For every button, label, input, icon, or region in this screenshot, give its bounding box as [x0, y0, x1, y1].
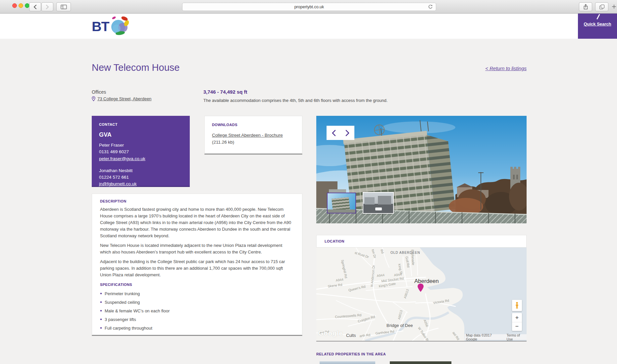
forward-button[interactable] — [41, 2, 53, 11]
photo-carousel — [316, 116, 527, 223]
size-note: The available accommodation comprises th… — [203, 98, 387, 103]
location-pin-icon — [92, 96, 95, 101]
property-address: 73 College Street, Aberdeen — [92, 96, 151, 101]
description-card: DESCRIPTION Aberdeen is Scotland fastest… — [92, 194, 302, 336]
location-card-header: LOCATION — [316, 235, 527, 248]
map-zoom-control: + − — [512, 313, 522, 331]
file-size: (211.26 kb) — [212, 140, 234, 145]
agent-name: Peter Fraser — [99, 142, 182, 149]
sidebar-toggle-button[interactable] — [56, 2, 71, 11]
agent-phone: 01224 572 661 — [99, 174, 182, 181]
browser-toolbar: propertybt.co.uk — [0, 0, 617, 14]
specifications-list: Perimeter trunking Suspended ceiling Mal… — [100, 291, 294, 336]
downloads-card: DOWNLOADS College Street Aberdeen - Broc… — [204, 116, 302, 155]
minimize-window-button[interactable] — [19, 3, 23, 8]
carousel-prev-button[interactable] — [327, 126, 340, 140]
description-paragraph: New Telecom House is located immediately… — [100, 242, 294, 255]
contact-agent: Jonathan Nesbitt 01224 572 661 jn@fgburn… — [99, 167, 182, 188]
quick-search-panel[interactable]: Quick Search — [578, 14, 617, 39]
related-property-image[interactable] — [390, 361, 451, 364]
zoom-out-button[interactable]: − — [512, 322, 522, 331]
related-properties-heading: RELATED PROPERTIES IN THE AREA — [316, 352, 386, 356]
pegman-icon — [515, 302, 519, 309]
google-logo: Google — [318, 330, 343, 337]
carousel-controls — [327, 126, 354, 140]
contact-agent: Peter Fraser 0131 469 6027 peter.fraser@… — [99, 142, 182, 162]
svg-text:BT: BT — [92, 19, 110, 34]
chevron-right-icon — [46, 5, 49, 9]
tab-overview-button[interactable] — [595, 2, 608, 11]
street-view-pegman-button[interactable] — [512, 300, 522, 311]
agent-email-link[interactable]: jn@fgburnett.co.uk — [99, 181, 137, 186]
terms-of-use-link[interactable]: Terms of Use — [507, 333, 525, 341]
address-link[interactable]: 73 College Street, Aberdeen — [97, 96, 151, 101]
map-graphics — [316, 248, 527, 341]
location-heading: LOCATION — [325, 239, 344, 243]
related-property-image[interactable] — [320, 361, 375, 364]
agent-phone: 0131 469 6027 — [99, 149, 182, 155]
page-title: New Telecom House — [92, 62, 180, 73]
property-type-label: Offices — [92, 89, 106, 95]
specification-item: Full carpeting throughout — [100, 325, 294, 331]
map-data-text: Map data ©2017 Google — [466, 333, 501, 341]
agent-name: Jonathan Nesbitt — [99, 167, 182, 174]
zoom-in-button[interactable]: + — [512, 313, 522, 322]
specifications-heading: SPECIFICATIONS — [100, 283, 294, 287]
description-heading: DESCRIPTION — [100, 199, 294, 203]
quick-search-link[interactable]: Quick Search — [578, 22, 617, 26]
downloads-heading: DOWNLOADS — [212, 123, 295, 127]
bt-logo[interactable]: BT — [92, 16, 131, 36]
carousel-thumbnail-selected[interactable] — [327, 193, 356, 213]
specification-item: Suspended ceiling — [100, 299, 294, 305]
specification-item: Perimeter trunking — [100, 291, 294, 297]
contact-heading: CONTACT — [99, 122, 182, 126]
map-label: Cults — [346, 333, 356, 338]
close-window-button[interactable] — [12, 3, 17, 8]
brochure-link[interactable]: College Street Aberdeen - Brochure — [212, 133, 283, 138]
sidebar-icon — [61, 5, 67, 9]
share-button[interactable] — [579, 2, 592, 11]
chevron-right-icon — [345, 130, 350, 136]
tabs-icon — [599, 5, 604, 9]
contact-card: CONTACT GVA Peter Fraser 0131 469 6027 p… — [92, 116, 190, 187]
site-header: BT Quick Search — [0, 14, 617, 39]
chevron-left-icon — [33, 5, 37, 9]
specification-item: Male & female WC’s on each floor — [100, 308, 294, 314]
contact-company: GVA — [99, 131, 182, 138]
agent-email-link[interactable]: peter.fraser@gva.co.uk — [99, 156, 145, 161]
return-to-listings-link[interactable]: < Return to listings — [485, 66, 527, 71]
download-item: College Street Aberdeen - Brochure (211.… — [212, 132, 295, 146]
map-pin-icon[interactable] — [417, 283, 424, 292]
reload-icon — [428, 4, 433, 9]
url-text: propertybt.co.uk — [294, 5, 324, 9]
carousel-next-button[interactable] — [340, 126, 354, 140]
back-button[interactable] — [29, 2, 41, 11]
map[interactable]: st Rust Drton DrRdOLD ABERDEENEsplanadeG… — [316, 248, 527, 341]
chevron-left-icon — [332, 130, 336, 136]
carousel-thumbnail[interactable] — [363, 192, 394, 214]
share-icon — [583, 4, 588, 10]
size-range: 3,746 - 74,492 sq ft — [203, 89, 247, 95]
specification-item: 3 passenger lifts — [100, 317, 294, 323]
plus-icon — [612, 4, 616, 9]
address-bar[interactable]: propertybt.co.uk — [182, 3, 436, 11]
reload-button[interactable] — [428, 4, 433, 10]
map-label: Bridge of Dee — [386, 323, 413, 328]
search-handle-icon — [596, 14, 600, 19]
bt-globe-icon — [111, 16, 130, 35]
description-paragraph: Aberdeen is Scotland fastest growing cit… — [100, 206, 294, 239]
map-label: OLD ABERDEEN — [390, 251, 420, 254]
specification-item: Shower facilities on alternate floors — [100, 334, 294, 336]
map-attribution: Map data ©2017 Google Terms of Use — [465, 334, 527, 340]
browser-window: propertybt.co.uk — [0, 0, 617, 364]
new-tab-button[interactable] — [610, 2, 617, 11]
description-paragraph: Adjacent to the building is the College … — [100, 258, 294, 278]
zoom-window-button[interactable] — [25, 3, 29, 8]
